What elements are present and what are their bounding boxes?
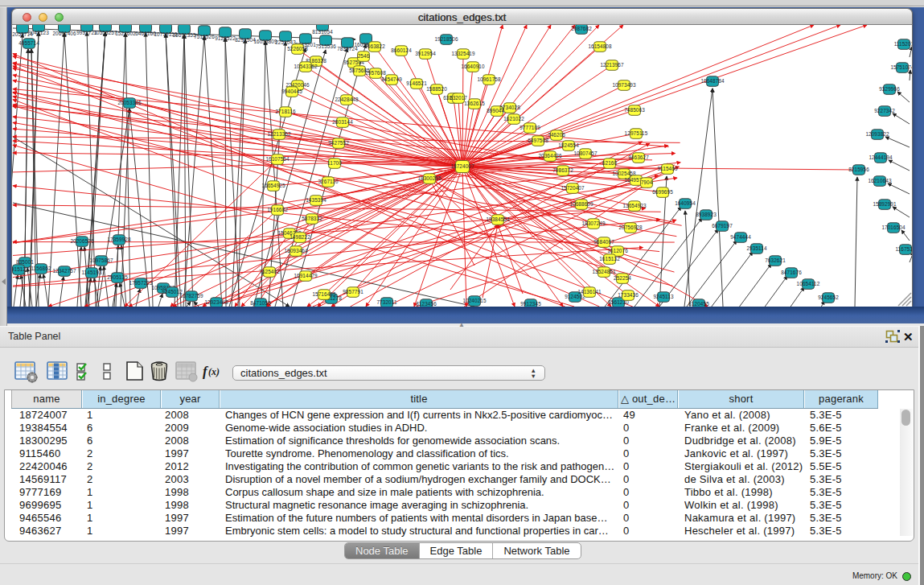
svg-text:746206: 746206 (548, 132, 565, 138)
svg-text:8938923: 8938923 (696, 212, 717, 217)
svg-text:12213967: 12213967 (600, 62, 624, 68)
svg-text:3912954: 3912954 (415, 51, 436, 56)
svg-text:8454749: 8454749 (381, 76, 402, 82)
svg-text:1916682: 1916682 (267, 207, 288, 212)
svg-text:9463627: 9463627 (628, 154, 649, 160)
svg-text:1824554: 1824554 (558, 142, 579, 148)
svg-text:16154808: 16154808 (588, 43, 612, 49)
svg-text:13325419: 13325419 (451, 51, 475, 56)
svg-text:6466160: 6466160 (135, 31, 156, 36)
svg-text:5226058: 5226058 (287, 46, 308, 51)
svg-text:62160: 62160 (602, 160, 618, 166)
svg-text:19384554: 19384554 (486, 216, 510, 222)
svg-text:12923448: 12923448 (204, 299, 228, 305)
svg-text:8471676: 8471676 (781, 270, 802, 275)
svg-text:8120455: 8120455 (688, 301, 709, 307)
svg-text:6679197: 6679197 (712, 223, 733, 229)
svg-text:14136141: 14136141 (577, 289, 602, 295)
svg-text:1640954: 1640954 (675, 200, 696, 206)
svg-text:9042123: 9042123 (28, 30, 49, 35)
svg-text:17359928: 17359928 (107, 237, 131, 242)
svg-text:8291504: 8291504 (235, 37, 256, 43)
svg-text:2087682: 2087682 (571, 26, 592, 31)
svg-text:18724007: 18724007 (450, 163, 474, 169)
svg-text:15716485: 15716485 (312, 291, 336, 297)
svg-text:9329966: 9329966 (879, 86, 900, 92)
svg-text:1615132: 1615132 (599, 256, 620, 262)
svg-text:2905135: 2905135 (107, 274, 128, 280)
svg-text:(x): (x) (208, 366, 220, 377)
svg-text:20053346: 20053346 (117, 100, 142, 105)
svg-text:9245113: 9245113 (653, 294, 673, 299)
svg-text:10688609: 10688609 (569, 201, 593, 207)
svg-text:9227342: 9227342 (874, 108, 895, 113)
svg-text:17957223: 17957223 (129, 280, 153, 286)
svg-text:1621022: 1621022 (503, 116, 524, 122)
svg-text:12093822: 12093822 (865, 131, 889, 137)
svg-text:10975867: 10975867 (89, 257, 113, 263)
svg-text:19218506: 19218506 (434, 36, 458, 42)
svg-text:16033809: 16033809 (253, 39, 277, 44)
svg-text:20206576: 20206576 (70, 238, 94, 244)
svg-text:2957608: 2957608 (365, 70, 386, 76)
svg-text:2803144: 2803144 (332, 119, 353, 125)
svg-text:12213362: 12213362 (267, 131, 291, 137)
svg-text:22428448: 22428448 (335, 97, 359, 102)
svg-text:16671355: 16671355 (172, 32, 196, 38)
svg-text:9427552: 9427552 (328, 140, 349, 146)
svg-text:13654923: 13654923 (622, 203, 647, 208)
svg-text:1167531: 1167531 (895, 246, 912, 252)
svg-text:10543362: 10543362 (294, 64, 318, 69)
svg-text:10240215: 10240215 (462, 298, 487, 303)
svg-text:252254: 252254 (614, 275, 631, 281)
svg-text:16210643: 16210643 (868, 178, 892, 183)
svg-text:16640910: 16640910 (461, 64, 485, 69)
svg-text:7485063: 7485063 (624, 107, 645, 113)
svg-text:10654112: 10654112 (797, 281, 820, 286)
svg-text:18307249: 18307249 (581, 220, 606, 226)
svg-text:3915122: 3915122 (12, 266, 29, 272)
svg-text:16654925: 16654925 (261, 183, 285, 188)
svg-text:1362615: 1362615 (464, 101, 485, 106)
svg-text:7904: 7904 (641, 179, 653, 185)
svg-text:1588520: 1588520 (426, 86, 447, 92)
svg-text:16782759: 16782759 (179, 293, 203, 299)
svg-text:15751074: 15751074 (890, 64, 912, 70)
svg-text:2251043: 2251043 (275, 39, 296, 45)
svg-text:7986372: 7986372 (552, 167, 573, 173)
svg-text:8471055: 8471055 (250, 300, 271, 306)
svg-text:1612076: 1612076 (607, 248, 628, 253)
svg-text:5878332: 5878332 (302, 216, 322, 221)
svg-text:6497508: 6497508 (528, 138, 548, 143)
svg-text:16107554: 16107554 (265, 156, 290, 162)
svg-text:7632621: 7632621 (765, 257, 786, 263)
svg-text:1527602: 1527602 (115, 31, 136, 36)
svg-text:9124502: 9124502 (565, 294, 585, 299)
svg-text:17016504: 17016504 (881, 225, 906, 230)
svg-text:10973493: 10973493 (612, 82, 636, 88)
svg-text:1733436: 1733436 (618, 292, 639, 298)
svg-text:3267110: 3267110 (318, 179, 338, 184)
svg-text:18300295: 18300295 (417, 175, 441, 181)
svg-text:15892991: 15892991 (873, 201, 897, 207)
svg-text:8215956: 8215956 (848, 167, 869, 172)
svg-text:2935114: 2935114 (746, 245, 766, 251)
svg-text:11700: 11700 (327, 160, 342, 166)
svg-text:1145193: 1145193 (81, 270, 101, 275)
svg-text:7515526: 7515526 (194, 34, 215, 39)
svg-text:9940445: 9940445 (281, 89, 302, 94)
svg-text:10553257: 10553257 (93, 30, 117, 35)
svg-text:12342757: 12342757 (52, 268, 76, 274)
svg-text:9245652: 9245652 (818, 295, 839, 300)
svg-text:6734028: 6734028 (499, 105, 520, 110)
svg-text:1498222: 1498222 (290, 234, 310, 240)
svg-text:20756928: 20756928 (618, 225, 643, 230)
svg-text:16093464: 16093464 (284, 248, 308, 253)
svg-text:12975115: 12975115 (625, 130, 648, 136)
svg-text:13524851: 13524851 (592, 269, 616, 274)
svg-text:10961758: 10961758 (477, 76, 501, 82)
svg-text:2718116: 2718116 (275, 109, 295, 114)
svg-text:9684067: 9684067 (593, 239, 614, 245)
svg-text:1435394: 1435394 (306, 197, 326, 203)
svg-text:2546: 2546 (358, 53, 370, 59)
